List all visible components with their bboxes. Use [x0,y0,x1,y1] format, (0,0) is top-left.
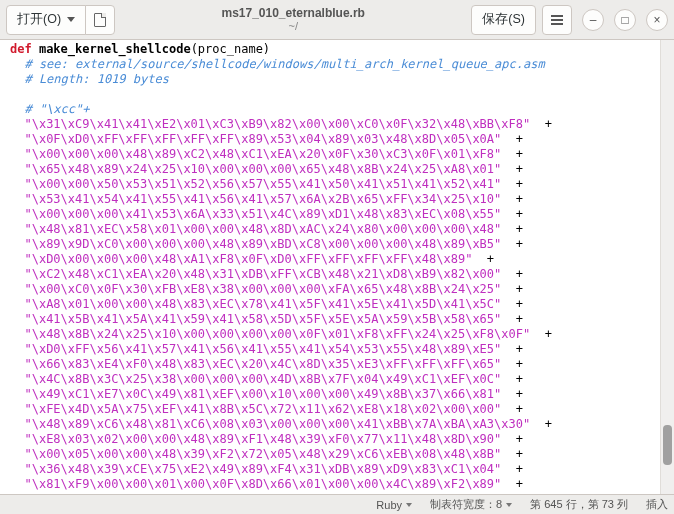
status-tabwidth[interactable]: 制表符宽度：8 [430,497,512,512]
document-icon [94,13,106,27]
title-block: ms17_010_eternalblue.rb ~/ [121,7,465,32]
code-editor[interactable]: def make_kernel_shellcode(proc_name) # s… [0,40,660,494]
open-button[interactable]: 打开(O) [6,5,86,35]
new-document-button[interactable] [85,5,115,35]
close-button[interactable]: × [646,9,668,31]
status-position-label: 第 645 行，第 73 列 [530,497,628,512]
editor-wrap: def make_kernel_shellcode(proc_name) # s… [0,40,674,494]
chevron-down-icon [406,503,412,507]
status-insertmode-label: 插入 [646,497,668,512]
header-bar: 打开(O) ms17_010_eternalblue.rb ~/ 保存(S) –… [0,0,674,40]
status-position: 第 645 行，第 73 列 [530,497,628,512]
chevron-down-icon [67,17,75,22]
minimize-button[interactable]: – [582,9,604,31]
chevron-down-icon [506,503,512,507]
status-bar: Ruby 制表符宽度：8 第 645 行，第 73 列 插入 [0,494,674,514]
hamburger-icon [551,15,563,25]
save-button[interactable]: 保存(S) [471,5,536,35]
document-path: ~/ [288,20,297,32]
open-group: 打开(O) [6,5,115,35]
document-title: ms17_010_eternalblue.rb [221,7,364,20]
menu-button[interactable] [542,5,572,35]
status-tabwidth-label: 制表符宽度：8 [430,497,502,512]
status-language-label: Ruby [376,499,402,511]
status-insertmode: 插入 [646,497,668,512]
save-label: 保存(S) [482,11,525,28]
open-label: 打开(O) [17,11,61,28]
scrollbar-vertical[interactable] [660,40,674,494]
scroll-thumb[interactable] [663,425,672,465]
status-language[interactable]: Ruby [376,499,412,511]
maximize-button[interactable]: □ [614,9,636,31]
